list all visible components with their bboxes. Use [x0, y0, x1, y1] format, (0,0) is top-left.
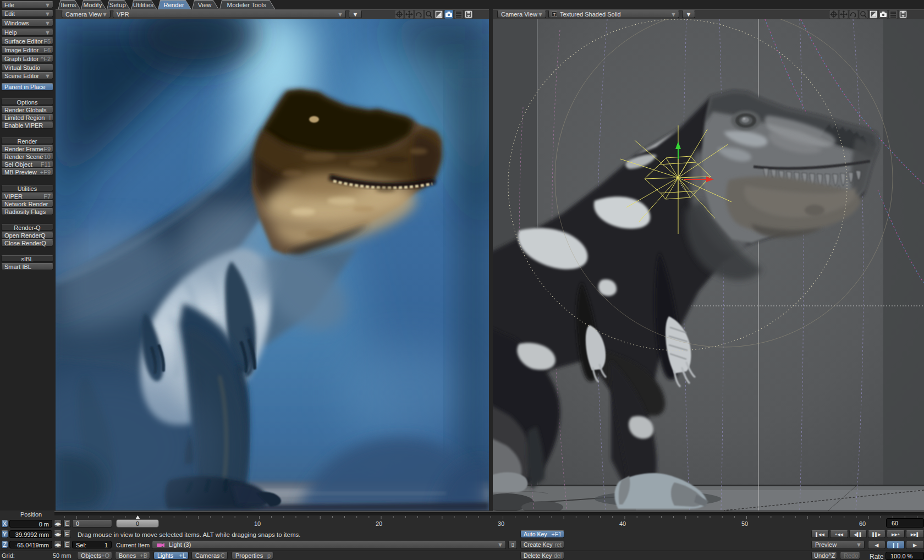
svg-text:Items: Items [61, 2, 76, 8]
svg-text:Utilities: Utilities [133, 2, 153, 8]
svg-text:View: View [198, 2, 212, 8]
svg-text:Modeler Tools: Modeler Tools [227, 2, 267, 8]
svg-text:Modify: Modify [84, 2, 102, 8]
svg-text:Render: Render [163, 2, 184, 8]
svg-text:Setup: Setup [109, 2, 126, 8]
